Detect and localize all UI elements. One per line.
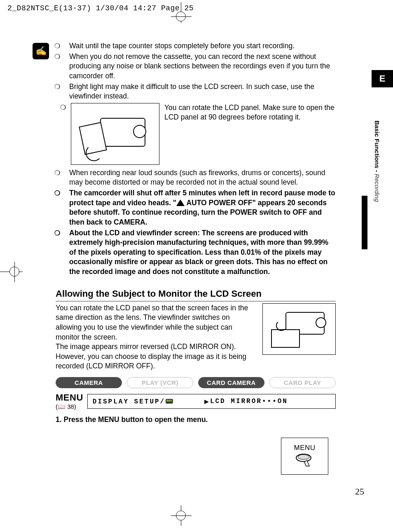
note-6: ❍The camcorder will shut off after 5 min… (62, 188, 336, 227)
language-tab-e: E (372, 70, 393, 87)
note-1: ❍Wait until the tape counter stops compl… (62, 41, 336, 51)
side-marker (362, 196, 367, 249)
mirror-text: You can rotate the LCD panel so that the… (56, 303, 255, 371)
side-section-italic: Recording (374, 174, 381, 202)
notes-icon: ✍ (33, 43, 49, 59)
menu-chevron-icon: ▶ (204, 397, 210, 406)
note-4-caption: You can rotate the LCD panel. Make sure … (164, 103, 336, 122)
note-4-row: ❍ You can rotate the LCD panel. Make sur… (60, 103, 336, 165)
notes-block: ❍Wait until the tape counter stops compl… (56, 41, 336, 277)
note-2: ❍When you do not remove the cassette, yo… (62, 52, 336, 81)
mode-card-camera: CARD CAMERA (198, 377, 264, 388)
menu-label: MENU (56, 392, 83, 403)
step-1: 1. Press the MENU button to open the men… (56, 415, 336, 424)
menu-button-label: MENU (294, 444, 315, 452)
note-7: ❍About the LCD and viewfinder screen: Th… (62, 228, 336, 277)
menu-label-block: MENU (📖 38) (56, 392, 83, 410)
crop-mark-left (0, 264, 16, 280)
side-section-label: Basic Functions - Recording (374, 120, 381, 202)
menu-path-box: DISPLAY SETUP/📟 ▶ LCD MIRROR•••ON (87, 394, 336, 409)
crop-mark-bottom (173, 507, 189, 524)
menu-ref: (📖 38) (56, 403, 83, 410)
menu-button-figure: MENU (281, 438, 328, 475)
note-3: ❍Bright light may make it difficult to u… (62, 82, 336, 101)
content-area: ✍ ❍Wait until the tape counter stops com… (56, 41, 336, 424)
mode-indicator-row: CAMERA PLAY (VCR) CARD CAMERA CARD PLAY (56, 377, 336, 388)
press-icon (295, 452, 315, 469)
print-slug: 2_D82NTSC_E(13-37) 1/30/04 14:27 Page 25 (7, 4, 194, 12)
crop-mark-top (173, 6, 189, 23)
camcorder-mirror-figure (262, 303, 336, 355)
menu-path-row: MENU (📖 38) DISPLAY SETUP/📟 ▶ LCD MIRROR… (56, 392, 336, 410)
page: 2_D82NTSC_E(13-37) 1/30/04 14:27 Page 25… (0, 0, 393, 532)
menu-path-2: LCD MIRROR•••ON (210, 398, 288, 405)
mirror-block: You can rotate the LCD panel so that the… (56, 303, 336, 371)
menu-path-1: DISPLAY SETUP/📟 (93, 397, 204, 405)
section-title: Allowing the Subject to Monitor the LCD … (56, 288, 336, 302)
note-5: ❍When recording near loud sounds (such a… (62, 168, 336, 187)
svg-point-1 (298, 455, 309, 459)
camcorder-rotate-figure (71, 103, 159, 165)
page-number: 25 (355, 486, 364, 497)
mode-camera: CAMERA (56, 377, 122, 388)
mode-play-vcr: PLAY (VCR) (127, 377, 193, 388)
warning-icon (176, 199, 185, 206)
mode-card-play: CARD PLAY (269, 377, 336, 388)
side-section-bold: Basic Functions - (374, 120, 381, 172)
